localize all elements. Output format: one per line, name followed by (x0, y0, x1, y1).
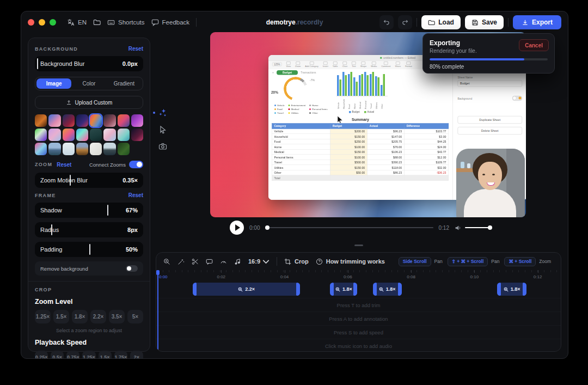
redo-button[interactable] (398, 15, 412, 29)
language-button[interactable]: EN (67, 19, 87, 26)
minimize-window-button[interactable] (39, 19, 45, 26)
crop-button[interactable]: Crop (284, 258, 309, 265)
magic-wand-icon[interactable] (177, 258, 185, 265)
maximize-window-button[interactable] (50, 19, 56, 26)
background-reset-link[interactable]: Reset (128, 46, 143, 52)
background-thumbnail[interactable] (76, 143, 88, 155)
timeline-body[interactable]: 0:000:020:040:060:080:100:12 2.2×1.8×1.8… (156, 270, 561, 351)
background-thumbnail[interactable] (48, 143, 60, 155)
speed-chip[interactable]: 1.5× (99, 351, 112, 359)
zoom-level-chip[interactable]: 2.2× (90, 310, 106, 323)
speed-chip[interactable]: 2× (130, 351, 143, 359)
background-thumbnail[interactable] (48, 114, 60, 127)
background-thumbnail[interactable] (48, 129, 60, 141)
zoom-level-chip[interactable]: 1.8× (72, 310, 88, 323)
background-thumbnail[interactable] (76, 114, 88, 127)
background-thumbnail[interactable] (90, 114, 102, 127)
speed-chip[interactable]: 1.75× (114, 351, 127, 359)
background-thumbnail[interactable] (35, 114, 47, 127)
playhead[interactable] (157, 270, 158, 351)
annotation-icon[interactable] (206, 258, 213, 265)
volume-handle[interactable] (488, 225, 492, 230)
camera-tool-button[interactable] (158, 142, 167, 151)
background-blur-slider[interactable]: Background Blur0.0px (35, 56, 143, 71)
save-button[interactable]: Save (465, 15, 504, 29)
connect-zooms-toggle[interactable] (129, 161, 143, 168)
background-tab-image[interactable]: Image (36, 78, 71, 89)
region-right-handle[interactable] (353, 283, 357, 296)
slider-handle[interactable] (89, 244, 90, 255)
background-tab-color[interactable]: Color (71, 78, 106, 89)
frame-padding-slider[interactable]: Padding50% (35, 242, 143, 257)
region-left-handle[interactable] (330, 283, 334, 296)
region-right-handle[interactable] (398, 283, 402, 296)
slider-handle[interactable] (37, 58, 38, 69)
how-trimming-works-button[interactable]: How trimming works (316, 258, 385, 265)
export-button[interactable]: Export (513, 15, 561, 29)
background-thumbnail[interactable] (90, 129, 102, 141)
zoom-level-chip[interactable]: 5× (127, 310, 143, 323)
effects-tool-button[interactable] (158, 108, 167, 117)
scissors-icon[interactable] (192, 258, 199, 265)
play-button[interactable] (230, 221, 244, 235)
region-left-handle[interactable] (497, 283, 501, 296)
remove-background-toggle[interactable] (126, 265, 138, 272)
background-tab-gradient[interactable]: Gradient (107, 78, 142, 89)
cursor-tool-button[interactable] (158, 125, 167, 134)
zoom-level-chip[interactable]: 1.5× (53, 310, 69, 323)
music-note-icon[interactable] (234, 258, 241, 265)
background-thumbnail[interactable] (118, 129, 130, 141)
zoom-level-chip[interactable]: 1.25× (35, 310, 51, 323)
speed-chip[interactable]: 0.75× (66, 351, 79, 359)
background-thumbnail[interactable] (63, 143, 75, 155)
seek-handle[interactable] (265, 225, 270, 230)
background-thumbnail[interactable] (63, 129, 75, 141)
background-thumbnail[interactable] (118, 114, 130, 127)
background-thumbnail[interactable] (103, 143, 115, 155)
zoom-region[interactable]: 1.8× (373, 283, 402, 296)
window-controls[interactable] (28, 19, 56, 26)
speed-chip[interactable]: 1.25× (82, 351, 95, 359)
volume-slider[interactable] (465, 227, 492, 228)
aspect-ratio-select[interactable]: 16:9 (248, 258, 270, 265)
upload-custom-button[interactable]: Upload Custom (35, 96, 143, 109)
region-right-handle[interactable] (296, 283, 300, 296)
region-left-handle[interactable] (193, 283, 197, 296)
shortcuts-button[interactable]: Shortcuts (107, 19, 145, 26)
background-thumbnail[interactable] (63, 114, 75, 127)
background-thumbnail[interactable] (35, 129, 47, 141)
feedback-button[interactable]: Feedback (151, 19, 190, 26)
background-thumbnail[interactable] (131, 129, 143, 141)
region-left-handle[interactable] (373, 283, 377, 296)
zoom-region[interactable]: 2.2× (193, 283, 301, 296)
frame-reset-link[interactable]: Reset (128, 192, 143, 198)
timeline-ruler[interactable]: 0:000:020:040:060:080:100:12 (156, 270, 561, 280)
zoom-region[interactable]: 1.8× (330, 283, 357, 296)
slider-handle[interactable] (107, 205, 108, 216)
speed-chip[interactable]: 0.5× (51, 351, 64, 359)
zoom-region[interactable]: 1.8× (497, 283, 526, 296)
background-thumbnail[interactable] (131, 114, 143, 127)
cancel-export-button[interactable]: Cancel (519, 39, 549, 51)
background-thumbnail[interactable] (76, 129, 88, 141)
frame-shadow-slider[interactable]: Shadow67% (35, 203, 143, 218)
undo-button[interactable] (379, 15, 394, 29)
webcam-overlay[interactable] (456, 149, 525, 217)
load-button[interactable]: Load (421, 15, 461, 29)
speed-gauge-icon[interactable] (220, 258, 227, 265)
zoom-level-chip[interactable]: 3.5× (109, 310, 125, 323)
close-window-button[interactable] (28, 19, 34, 26)
zoom-reset-link[interactable]: Reset (57, 162, 71, 168)
background-thumbnail[interactable] (103, 129, 115, 141)
seek-bar[interactable] (265, 227, 433, 228)
projects-button[interactable] (93, 19, 101, 26)
background-thumbnail[interactable] (90, 143, 102, 155)
region-right-handle[interactable] (523, 283, 526, 296)
background-thumbnail[interactable] (118, 143, 130, 155)
zoom-motion-blur-slider[interactable]: Zoom Motion Blur0.35× (35, 173, 143, 188)
timeline-zoom-icon[interactable] (163, 258, 170, 265)
timeline-resize-handle[interactable] (354, 245, 363, 246)
frame-radius-slider[interactable]: Radius8px (35, 222, 143, 237)
speed-chip[interactable]: 0.25× (35, 351, 48, 359)
background-thumbnail[interactable] (35, 143, 47, 155)
